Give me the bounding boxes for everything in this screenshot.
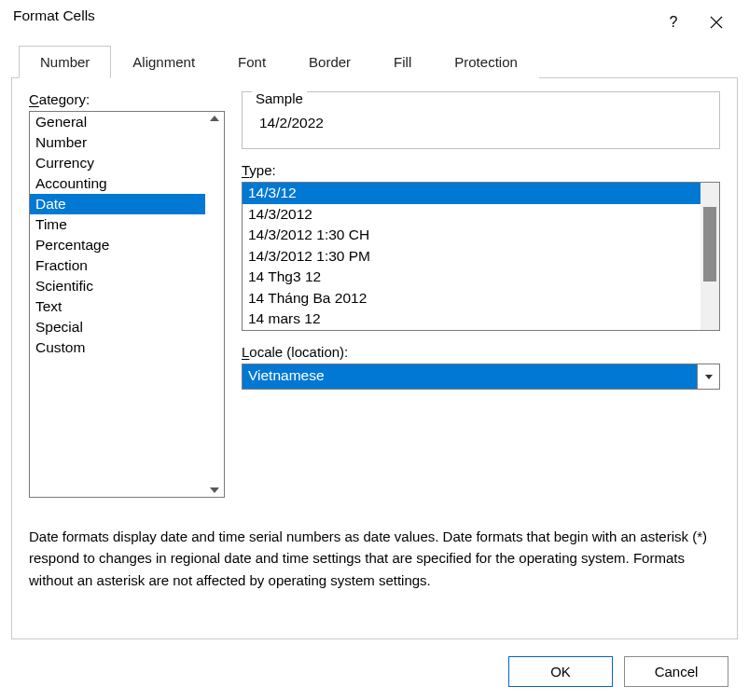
category-item-date[interactable]: Date: [30, 194, 205, 214]
tab-fill[interactable]: Fill: [372, 46, 433, 78]
dialog-body: NumberAlignmentFontBorderFillProtection …: [11, 37, 738, 639]
locale-combobox[interactable]: Vietnamese: [242, 364, 720, 390]
category-item-text[interactable]: Text: [30, 296, 205, 317]
category-item-scientific[interactable]: Scientific: [30, 276, 205, 296]
category-listbox[interactable]: GeneralNumberCurrencyAccountingDateTimeP…: [29, 111, 225, 498]
category-item-time[interactable]: Time: [30, 214, 205, 235]
locale-dropdown-button[interactable]: [697, 364, 719, 389]
category-item-accounting[interactable]: Accounting: [30, 173, 205, 194]
category-item-percentage[interactable]: Percentage: [30, 235, 205, 255]
tab-alignment[interactable]: Alignment: [111, 46, 216, 78]
close-button[interactable]: [695, 7, 738, 37]
locale-label: Locale (location):: [242, 344, 720, 360]
type-item[interactable]: 14/3/2012 1:30 CH: [243, 225, 700, 246]
type-item[interactable]: 14 Tháng Ba 2012: [243, 288, 700, 309]
category-item-number[interactable]: Number: [30, 132, 205, 153]
locale-value: Vietnamese: [243, 364, 697, 389]
tab-strip: NumberAlignmentFontBorderFillProtection: [11, 45, 738, 77]
details-column: Sample 14/2/2022 Type: 14/3/1214/3/20121…: [242, 91, 720, 498]
category-item-fraction[interactable]: Fraction: [30, 255, 205, 276]
sample-value: 14/2/2022: [256, 115, 706, 131]
close-icon: [710, 16, 723, 29]
category-item-special[interactable]: Special: [30, 317, 205, 337]
type-item[interactable]: 14/3/2012 1:30 PM: [243, 246, 700, 268]
type-item[interactable]: 14/3/2012: [243, 204, 700, 226]
category-item-general[interactable]: General: [30, 112, 205, 132]
category-item-currency[interactable]: Currency: [30, 153, 205, 173]
category-column: Category: GeneralNumberCurrencyAccountin…: [29, 91, 225, 498]
titlebar: Format Cells ?: [0, 0, 749, 37]
button-bar: OK Cancel: [0, 647, 749, 700]
tab-protection[interactable]: Protection: [433, 46, 539, 78]
help-button[interactable]: ?: [652, 7, 695, 37]
scroll-up-icon: [210, 116, 219, 121]
dialog-title: Format Cells: [13, 7, 652, 24]
type-item[interactable]: 14 Thg3 12: [243, 267, 700, 288]
type-item[interactable]: 14 mars 12: [243, 309, 700, 330]
ok-button[interactable]: OK: [508, 656, 613, 687]
category-label: Category:: [29, 91, 225, 107]
format-cells-dialog: Format Cells ? NumberAlignmentFontBorder…: [0, 0, 749, 700]
category-item-custom[interactable]: Custom: [30, 337, 205, 358]
sample-legend: Sample: [252, 90, 307, 106]
scrollbar-thumb[interactable]: [703, 207, 716, 281]
sample-group: Sample 14/2/2022: [242, 91, 720, 149]
tab-font[interactable]: Font: [216, 46, 287, 78]
cancel-button[interactable]: Cancel: [624, 656, 728, 687]
scroll-down-icon: [210, 487, 219, 493]
type-listbox[interactable]: 14/3/1214/3/201214/3/2012 1:30 CH14/3/20…: [242, 182, 720, 331]
type-scrollbar[interactable]: [700, 183, 719, 330]
number-tab-panel: Category: GeneralNumberCurrencyAccountin…: [11, 77, 738, 639]
description-text: Date formats display date and time seria…: [29, 526, 720, 591]
tab-number[interactable]: Number: [19, 46, 111, 78]
type-item[interactable]: 14/3/12: [243, 183, 700, 204]
category-scrollbar[interactable]: [205, 112, 224, 497]
tab-border[interactable]: Border: [287, 46, 372, 78]
type-label: Type:: [242, 162, 720, 178]
chevron-down-icon: [705, 375, 713, 379]
